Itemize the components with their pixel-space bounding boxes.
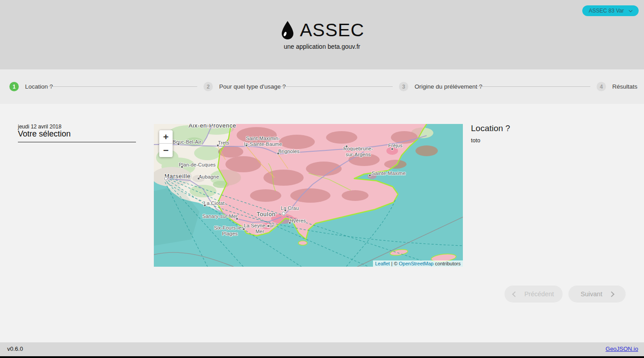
stepper-step-3[interactable]: 3Origine du prélévement ? [399,69,483,104]
map-attribution: Leaflet | © OpenStreetMap contributors [373,260,463,267]
step-label: Résultats [612,83,637,90]
selection-title: Votre sélection [18,129,136,142]
location-panel-title: Location ? [471,124,510,133]
chevron-down-icon [629,8,632,12]
map-tiles [154,124,463,267]
stepper-step-2[interactable]: 2Pour quel type d'usage ? [203,69,286,104]
attribution-separator: | © [390,261,399,266]
wizard-stepper: 1Location ?2Pour quel type d'usage ?3Ori… [0,69,644,104]
map-town-marker [289,222,291,224]
map-town-marker [217,145,219,146]
step-number-badge: 4 [597,82,606,91]
next-button-label: Suivant [580,290,602,298]
step-number-badge: 3 [399,82,408,91]
next-button[interactable]: Suivant [568,286,626,303]
step-connector-line [280,86,393,87]
map-town-marker [346,145,347,147]
app-subtitle: une application beta.gouv.fr [0,43,644,50]
map-town-marker [204,205,206,206]
map-town-marker [369,175,371,176]
map-town-marker [178,143,179,145]
app-switcher-label: ASSEC 83 Var [589,8,624,14]
map-town-marker [243,228,245,230]
step-label: Pour quel type d'usage ? [219,83,286,90]
bottom-edge-strip [0,356,644,358]
step-connector-line [48,86,197,87]
selection-date: jeudi 12 avril 2018 [18,124,61,130]
map-town-marker [198,178,199,179]
app-title: ASSEC [300,20,364,41]
step-number-badge: 1 [9,82,19,91]
map-city-marker [164,177,168,180]
app-logo: ASSEC [0,20,644,41]
previous-button-label: Précédent [524,290,554,298]
zoom-in-button[interactable]: + [159,130,173,144]
stepper-step-1[interactable]: 1Location ? [9,69,53,104]
map-zoom-control: + − [159,130,173,157]
chevron-left-icon [513,291,518,297]
leaflet-link[interactable]: Leaflet [375,261,390,266]
water-drop-icon [280,21,295,40]
chevron-right-icon [609,291,614,297]
map-town-marker [246,145,247,146]
zoom-out-button[interactable]: − [159,144,173,157]
attribution-contributors: contributors [433,261,461,266]
footer-bar: v0.6.0 GeoJSON.io [0,342,644,356]
step-connector-line [475,86,590,87]
map-town-marker [267,225,269,227]
map-town-marker [236,218,238,220]
map-city-marker [282,212,285,215]
version-label: v0.6.0 [7,345,23,352]
map-town-marker [277,153,279,154]
step-number-badge: 2 [203,82,213,91]
app-header: ASSEC 83 Var ASSEC une application beta.… [0,0,644,69]
location-panel-value: toto [471,137,480,144]
map-town-marker [181,166,183,168]
map-town-marker [391,148,393,150]
step-label: Origine du prélévement ? [415,83,483,90]
map-town-marker [284,209,286,211]
geojson-link[interactable]: GeoJSON.io [606,345,638,352]
app-switcher-button[interactable]: ASSEC 83 Var [582,5,639,16]
previous-button[interactable]: Précédent [504,286,563,303]
openstreetmap-link[interactable]: OpenStreetMap [399,261,434,266]
map-canvas[interactable]: Aix-en-ProvenceBouc-Bel-AirTretsSaint-Ma… [154,124,463,267]
stepper-step-4[interactable]: 4Résultats [597,69,637,104]
